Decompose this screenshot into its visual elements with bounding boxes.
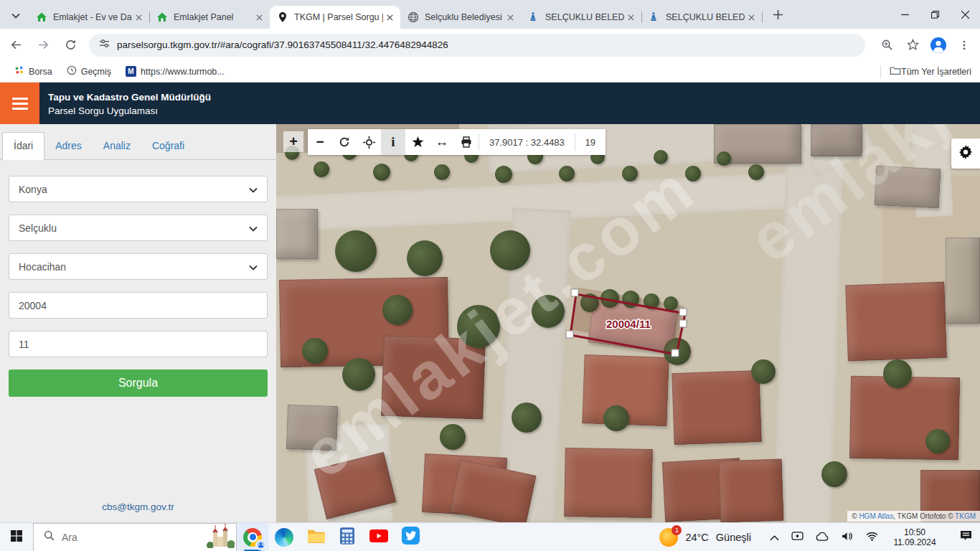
- back-button[interactable]: [4, 34, 27, 57]
- weather-temperature: 24°C: [685, 532, 708, 543]
- menu-kebab-icon[interactable]: [953, 34, 976, 57]
- neighborhood-select[interactable]: Hocacihan: [9, 253, 268, 280]
- tab-label: SELÇUKLU BELEDİYES: [545, 12, 624, 22]
- satellite-map[interactable]: emlakjet.com emlakjet.com 20004/11 + − i…: [276, 124, 980, 522]
- hamburger-menu-button[interactable]: [0, 83, 39, 124]
- district-select[interactable]: Selçuklu: [9, 215, 268, 241]
- plus-icon: [773, 8, 783, 23]
- globe-icon: [407, 11, 419, 23]
- forward-button[interactable]: [32, 34, 55, 57]
- hgm-atlas-link[interactable]: HGM Atlas: [859, 512, 893, 520]
- all-bookmarks[interactable]: Tüm Yer İşaretleri: [880, 65, 971, 78]
- map-toolbar: − i ↔ 37.9017 : 32.4483 19: [308, 129, 606, 155]
- zoom-out-button[interactable]: −: [308, 129, 332, 155]
- taskbar-chrome[interactable]: [237, 523, 268, 551]
- search-input[interactable]: [62, 532, 169, 543]
- close-icon[interactable]: [624, 11, 637, 24]
- windows-taskbar: 1 24°C Güneşli 10:50 11.09.2024: [0, 522, 980, 551]
- parcel-input[interactable]: [19, 339, 258, 350]
- search-icon: [44, 530, 55, 544]
- attribution-text: , TKGM Ortofoto ©: [893, 512, 955, 520]
- taskbar-calculator[interactable]: [331, 523, 363, 551]
- measure-button[interactable]: ↔: [430, 129, 454, 155]
- meet-now-icon[interactable]: [791, 531, 804, 544]
- restore-button[interactable]: [920, 0, 950, 29]
- tab-cografi[interactable]: Coğrafi: [141, 133, 195, 159]
- minimize-button[interactable]: [890, 0, 920, 29]
- query-button[interactable]: Sorgula: [9, 369, 268, 397]
- municipality-emblem-icon: [528, 11, 540, 23]
- volume-icon[interactable]: [842, 531, 854, 544]
- info-tool-button[interactable]: i: [381, 129, 405, 155]
- clock-time: 10:50: [888, 527, 941, 537]
- map-settings-button[interactable]: [951, 138, 980, 169]
- omnibox[interactable]: [89, 34, 865, 57]
- refresh-button[interactable]: [332, 129, 357, 155]
- taskbar-clock[interactable]: 10:50 11.09.2024: [888, 527, 941, 547]
- tab-emlakjet-ev[interactable]: Emlakjet - Ev ve Daire: [29, 6, 149, 29]
- zoom-in-button[interactable]: +: [283, 131, 303, 152]
- bookmark-star-icon[interactable]: [901, 34, 924, 57]
- query-form: Konya Selçuklu Hocacihan Sorgula: [0, 160, 276, 397]
- crosshair-button[interactable]: [357, 129, 381, 155]
- new-tab-button[interactable]: [768, 5, 788, 25]
- close-icon[interactable]: [504, 11, 517, 24]
- taskbar-twitter[interactable]: [395, 523, 426, 551]
- wifi-icon[interactable]: [866, 531, 878, 544]
- tab-tkgm-active[interactable]: TKGM | Parsel Sorgu |: [270, 6, 400, 29]
- action-center-button[interactable]: [951, 523, 980, 551]
- reload-button[interactable]: [59, 34, 82, 57]
- tkgm-header: Tapu ve Kadastro Genel Müdürlüğü Parsel …: [0, 83, 980, 124]
- tkgm-link[interactable]: TKGM: [955, 512, 976, 520]
- close-icon[interactable]: [132, 11, 145, 24]
- close-icon[interactable]: [253, 11, 265, 24]
- contact-email-link[interactable]: cbs@tkgm.gov.tr: [0, 501, 276, 512]
- search-highlight-image: [206, 522, 235, 551]
- bookmark-borsa[interactable]: Borsa: [10, 65, 52, 77]
- borsa-dots-icon: [14, 65, 24, 77]
- tab-selcuklu-2[interactable]: SELÇUKLU BELEDİYES: [641, 6, 762, 29]
- browser-toolbar: [0, 29, 980, 61]
- onedrive-cloud-icon[interactable]: [816, 531, 829, 544]
- bookmark-gecmis[interactable]: Geçmiş: [62, 65, 111, 77]
- taskbar-weather[interactable]: 1 24°C Güneşli: [659, 528, 751, 547]
- tab-search-button[interactable]: [6, 5, 26, 25]
- close-icon[interactable]: [383, 11, 396, 24]
- tab-adres[interactable]: Adres: [44, 133, 93, 159]
- app-title-line1: Tapu ve Kadastro Genel Müdürlüğü: [48, 90, 211, 104]
- taskbar-right: 1 24°C Güneşli 10:50 11.09.2024: [659, 523, 980, 551]
- block-input[interactable]: [19, 300, 258, 311]
- site-info-icon[interactable]: [99, 38, 110, 52]
- close-icon[interactable]: [745, 11, 758, 24]
- province-select[interactable]: Konya: [9, 176, 268, 202]
- tray-expand-chevron-icon[interactable]: [770, 531, 779, 544]
- start-button[interactable]: [0, 523, 33, 551]
- m-favicon: M: [126, 66, 136, 77]
- print-button[interactable]: [454, 129, 479, 155]
- bookmark-turmob[interactable]: M https://www.turmob...: [121, 66, 225, 77]
- tab-selcuklu-1[interactable]: SELÇUKLU BELEDİYES: [521, 6, 641, 29]
- tab-idari[interactable]: İdari: [2, 132, 44, 160]
- favorite-star-button[interactable]: [405, 129, 430, 155]
- taskbar-youtube[interactable]: [363, 523, 395, 551]
- chevron-down-icon: [249, 184, 258, 195]
- tab-selcuklu-belediyesi[interactable]: Selçuklu Belediyesi: [400, 6, 521, 29]
- close-window-button[interactable]: [950, 0, 980, 29]
- zoom-page-icon[interactable]: [875, 34, 898, 57]
- tab-emlakjet-panel[interactable]: Emlakjet Panel: [149, 6, 270, 29]
- taskbar-search[interactable]: [33, 523, 237, 551]
- taskbar-file-explorer[interactable]: [300, 523, 331, 551]
- folder-icon: [890, 65, 901, 78]
- tab-analiz[interactable]: Analiz: [93, 133, 141, 159]
- taskbar-edge[interactable]: [268, 523, 300, 551]
- twitter-icon: [402, 527, 420, 547]
- district-value: Selçuklu: [19, 222, 249, 234]
- url-input[interactable]: [117, 39, 855, 50]
- municipality-emblem-icon: [649, 11, 660, 23]
- block-field-wrap: [9, 292, 268, 319]
- query-sidebar: İdari Adres Analiz Coğrafi Konya Selçukl…: [0, 124, 276, 522]
- calculator-icon: [340, 527, 354, 547]
- profile-avatar[interactable]: [927, 34, 950, 57]
- weather-condition: Güneşli: [716, 532, 751, 543]
- browser-tab-strip: Emlakjet - Ev ve Daire Emlakjet Panel TK…: [0, 0, 980, 29]
